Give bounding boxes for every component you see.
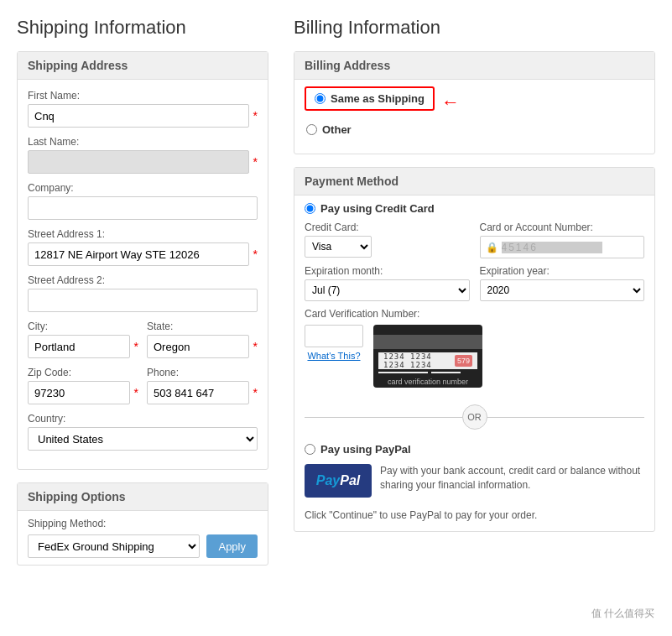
paypal-option: Pay using PayPal bbox=[294, 438, 654, 459]
last-name-input[interactable] bbox=[28, 150, 249, 174]
zip-input[interactable] bbox=[28, 381, 130, 404]
arrow-icon: ← bbox=[441, 91, 460, 112]
shipping-title: Shipping Information bbox=[17, 17, 268, 39]
cvv-section-wrapper: Card Verification Number: What's This? 1… bbox=[305, 308, 644, 388]
paypal-label: Pay using PayPal bbox=[320, 443, 411, 456]
state-input[interactable] bbox=[147, 335, 249, 358]
shipping-options-section: Shipping Options Shipping Method: FedEx … bbox=[17, 482, 268, 566]
phone-col: Phone: * bbox=[147, 367, 258, 404]
apply-button[interactable]: Apply bbox=[206, 534, 258, 558]
country-select[interactable]: United States bbox=[28, 427, 258, 451]
last-name-row: Last Name: * bbox=[28, 136, 258, 174]
street2-input[interactable] bbox=[28, 289, 258, 312]
country-row: Country: United States bbox=[28, 413, 258, 451]
card-number-label: Card or Account Number: bbox=[480, 222, 645, 233]
zip-required: * bbox=[134, 386, 138, 399]
card-type-select[interactable]: Visa bbox=[305, 236, 372, 258]
expiry-month-col: Expiration month: Jul (7) bbox=[305, 265, 470, 301]
expiry-year-select[interactable]: 2020 bbox=[480, 279, 645, 301]
payment-method-section: Payment Method Pay using Credit Card Cre… bbox=[294, 167, 655, 532]
shipping-address-header: Shipping Address bbox=[18, 52, 268, 80]
company-label: Company: bbox=[28, 182, 258, 194]
city-input[interactable] bbox=[28, 335, 130, 358]
right-column: Billing Information Billing Address Same… bbox=[294, 17, 655, 578]
last-name-required: * bbox=[253, 155, 258, 169]
lock-icon: 🔒 bbox=[486, 242, 498, 253]
cvv-white-bar: 1234 1234 1234 1234 579 bbox=[378, 352, 477, 369]
phone-label: Phone: bbox=[147, 367, 258, 378]
street1-required: * bbox=[253, 248, 258, 261]
phone-input[interactable] bbox=[147, 381, 249, 404]
card-type-label: Credit Card: bbox=[305, 222, 470, 233]
first-name-row: First Name: * bbox=[28, 90, 258, 128]
same-as-shipping-row: Same as Shipping bbox=[305, 86, 435, 111]
other-label: Other bbox=[322, 123, 352, 136]
company-row: Company: bbox=[28, 182, 258, 220]
street2-label: Street Address 2: bbox=[28, 274, 258, 286]
paypal-logo: PayPal bbox=[305, 464, 372, 498]
cvv-section: What's This? 1234 1234 1234 1234 579 bbox=[305, 325, 644, 388]
city-col: City: * bbox=[28, 321, 138, 358]
state-required: * bbox=[253, 340, 258, 353]
cvv-input[interactable] bbox=[305, 325, 363, 347]
card-number-input-wrapper: 🔒 bbox=[480, 236, 645, 258]
zip-col: Zip Code: * bbox=[28, 367, 138, 404]
street1-label: Street Address 1: bbox=[28, 228, 258, 240]
first-name-required: * bbox=[253, 109, 258, 123]
card-number-input[interactable] bbox=[502, 242, 602, 253]
credit-card-label: Pay using Credit Card bbox=[320, 202, 435, 215]
street1-row: Street Address 1: * bbox=[28, 228, 258, 266]
zip-label: Zip Code: bbox=[28, 367, 138, 378]
or-line-right bbox=[487, 417, 645, 418]
first-name-label: First Name: bbox=[28, 90, 258, 102]
first-name-input[interactable] bbox=[28, 104, 249, 128]
credit-card-details: Credit Card: Visa Card or Account Number… bbox=[294, 218, 654, 396]
expiry-month-label: Expiration month: bbox=[305, 265, 470, 277]
state-label: State: bbox=[147, 321, 258, 332]
shipping-method-label: Shipping Method: bbox=[28, 518, 258, 529]
or-divider: OR bbox=[305, 404, 644, 430]
street2-row: Street Address 2: bbox=[28, 274, 258, 312]
shipping-address-section: Shipping Address First Name: * Last Name… bbox=[17, 51, 268, 470]
phone-required: * bbox=[253, 386, 258, 399]
cvv-card-image: 1234 1234 1234 1234 579 card verificatio… bbox=[373, 325, 482, 388]
card-type-number-row: Credit Card: Visa Card or Account Number… bbox=[305, 222, 644, 258]
other-row: Other bbox=[305, 119, 644, 140]
card-type-col: Credit Card: Visa bbox=[305, 222, 470, 258]
other-radio[interactable] bbox=[306, 124, 317, 135]
city-required: * bbox=[134, 340, 138, 353]
paypal-continue-text: Click "Continue" to use PayPal to pay fo… bbox=[294, 506, 654, 531]
cvv-numbers: 1234 1234 1234 1234 bbox=[383, 352, 453, 369]
left-column: Shipping Information Shipping Address Fi… bbox=[17, 17, 268, 578]
cvv-stripe bbox=[373, 335, 482, 349]
zip-phone-row: Zip Code: * Phone: * bbox=[28, 367, 258, 404]
same-as-shipping-radio[interactable] bbox=[315, 93, 326, 104]
paypal-logo-text: PayPal bbox=[316, 473, 360, 488]
watermark: 值 什么值得买 bbox=[586, 604, 659, 623]
billing-title: Billing Information bbox=[294, 17, 655, 39]
city-state-row: City: * State: * bbox=[28, 321, 258, 358]
company-input[interactable] bbox=[28, 196, 258, 220]
card-number-col: Card or Account Number: 🔒 bbox=[480, 222, 645, 258]
shipping-method-select[interactable]: FedEx Ground Shipping bbox=[28, 534, 200, 558]
paypal-details: PayPal Pay with your bank account, credi… bbox=[294, 459, 654, 506]
shipping-options-header: Shipping Options bbox=[18, 483, 268, 511]
or-circle: OR bbox=[462, 404, 487, 430]
country-label: Country: bbox=[28, 413, 258, 425]
cvv-left: What's This? bbox=[305, 325, 363, 361]
state-col: State: * bbox=[147, 321, 258, 358]
credit-card-radio[interactable] bbox=[305, 203, 315, 214]
whats-this-link[interactable]: What's This? bbox=[307, 351, 360, 361]
last-name-label: Last Name: bbox=[28, 136, 258, 148]
credit-card-option: Pay using Credit Card bbox=[294, 195, 654, 218]
street1-input[interactable] bbox=[28, 242, 249, 266]
payment-method-header: Payment Method bbox=[294, 168, 654, 195]
expiry-month-select[interactable]: Jul (7) bbox=[305, 279, 470, 301]
billing-address-section: Billing Address Same as Shipping ← Other bbox=[294, 51, 655, 154]
billing-address-header: Billing Address bbox=[294, 52, 654, 80]
expiry-row: Expiration month: Jul (7) Expiration yea… bbox=[305, 265, 644, 301]
arrow-container: ← bbox=[441, 91, 460, 113]
expiry-year-label: Expiration year: bbox=[480, 265, 645, 277]
paypal-radio[interactable] bbox=[305, 444, 315, 455]
paypal-description: Pay with your bank account, credit card … bbox=[380, 464, 644, 493]
